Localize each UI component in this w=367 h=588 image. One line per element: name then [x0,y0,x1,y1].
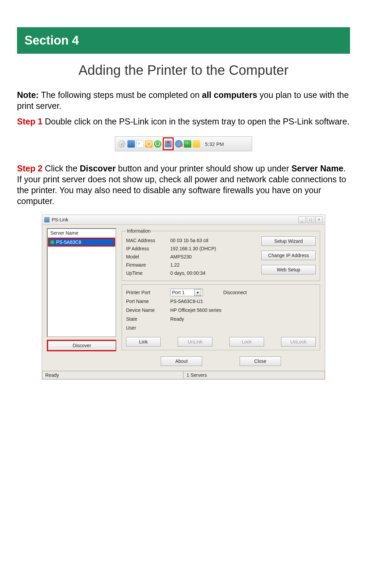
tray-pen-icon[interactable] [193,140,200,148]
step1-label: Step 1 [17,117,42,126]
server-name-header: Server Name [48,229,116,237]
tray-shield-icon[interactable] [184,140,191,148]
tray-refresh-icon[interactable] [154,140,161,148]
page-title: Adding the Printer to the Computer [17,63,350,78]
pslink-tray-icon[interactable] [165,140,172,147]
value-state: Ready [170,316,316,322]
label-printer-port: Printer Port [126,290,170,295]
tray-network-disabled-icon[interactable] [175,140,182,148]
label-device-name: Device Name [126,307,170,313]
close-button[interactable]: Close [240,356,281,366]
web-setup-button[interactable]: Web Setup [261,265,316,274]
printer-port-select[interactable]: Port 1 ▼ [170,289,203,296]
status-left: Ready [42,371,184,379]
setup-wizard-button[interactable]: Setup Wizard [261,236,316,246]
value-ip: 192.168.1.30 (DHCP) [170,245,258,253]
step2-text-2: button and your printer should show up u… [116,164,291,173]
titlebar: PS-Link _ □ × [42,215,325,225]
discover-highlight: Discover [47,340,116,351]
label-user: User [126,325,170,331]
about-button[interactable]: About [161,356,202,366]
label-ip: IP Address [126,245,170,253]
step2-text-1: Click the [42,164,80,173]
step1-text: Double click on the PS-Link icon in the … [42,117,349,126]
label-port-name: Port Name [126,299,170,304]
change-ip-button[interactable]: Change IP Address [261,251,316,260]
information-legend: Information [126,228,151,234]
step1-paragraph: Step 1 Double click on the PS-Link icon … [17,116,350,127]
step2-bold-2: Server Name [291,164,343,173]
value-port-name: PS-5A63C8-U1 [170,299,316,304]
section-banner: Section 4 [17,27,350,54]
tray-network-icon[interactable] [127,140,135,148]
tray-chat-icon[interactable] [136,140,144,148]
minimize-button[interactable]: _ [298,216,306,223]
close-window-button[interactable]: × [315,216,323,223]
value-device-name: HP Officejet 5600 series [170,307,316,313]
value-mac: 00 03 1b 5a 63 c8 [170,236,258,245]
discover-button[interactable]: Discover [48,341,116,350]
step2-label: Step 2 [17,164,42,173]
server-list-item[interactable]: PS-5A63C8 [49,239,114,246]
value-uptime: 0 days, 00:00:34 [170,269,258,277]
pslink-window: PS-Link _ □ × Server Name PS-5A63C8 [42,215,325,380]
unlink-button[interactable]: UnLink [178,337,212,347]
step2-paragraph: Step 2 Click the Discover button and you… [17,163,350,206]
server-list[interactable]: Server Name PS-5A63C8 [47,228,116,337]
label-model: Model [126,253,170,261]
lock-button[interactable]: Lock [229,337,264,347]
label-uptime: UpTime [126,269,170,277]
note-text-1: The following steps must be completed on [39,90,202,100]
information-group: Information MAC Address IP Address Model… [122,228,320,281]
tray-clock-text: 5:32 PM [205,141,224,147]
tray-expand-icon[interactable]: ‹ [118,140,125,148]
note-bold: all computers [202,90,257,100]
unlock-button[interactable]: UnLock [281,337,316,347]
statusbar: Ready 1 Servers [42,371,325,379]
printer-icon [44,217,50,222]
value-model: AMPS230 [170,253,258,261]
server-row-highlight: PS-5A63C8 [48,238,115,247]
label-firmware: Firmware [126,261,170,269]
disconnect-label: Disconnect [223,290,247,295]
status-dot-icon [50,240,54,244]
window-title: PS-Link [52,217,297,222]
tray-pslink-highlight [163,137,174,150]
status-right: 1 Servers [184,371,325,379]
label-mac: MAC Address [126,236,170,245]
link-button[interactable]: Link [126,337,161,347]
system-tray-figure: ‹ 5:32 PM [115,136,252,151]
port-group: Printer Port Port 1 ▼ Disconnect Port Na… [122,284,320,350]
maximize-button[interactable]: □ [307,216,314,223]
port-selected-value: Port 1 [172,290,185,295]
note-paragraph: Note: The following steps must be comple… [17,89,350,111]
label-state: State [126,316,170,322]
chevron-down-icon[interactable]: ▼ [194,289,201,296]
value-firmware: 1.22 [170,261,258,269]
tray-clock-icon[interactable] [145,140,153,148]
server-name-text: PS-5A63C8 [56,239,81,245]
step2-bold-1: Discover [80,164,116,173]
note-label: Note: [17,90,39,100]
